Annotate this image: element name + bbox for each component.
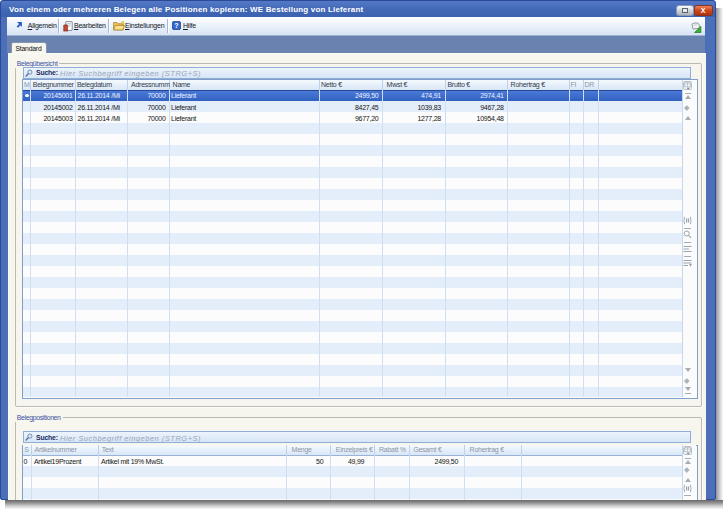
- svg-text:?: ?: [174, 21, 178, 30]
